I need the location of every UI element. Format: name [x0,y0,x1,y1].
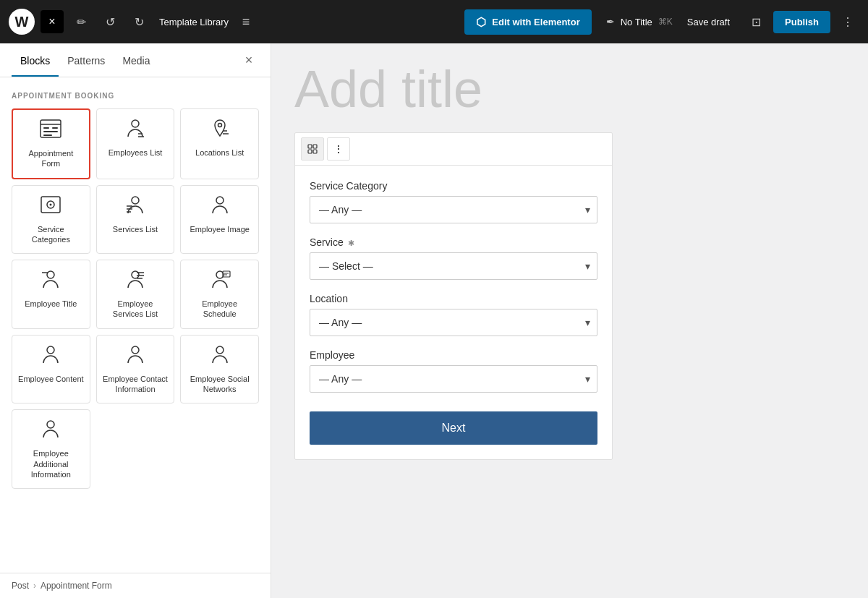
svg-point-20 [47,271,54,278]
breadcrumb-separator: › [33,581,36,591]
block-item-employee-title[interactable]: Employee Title [12,260,90,329]
svg-rect-35 [313,145,317,148]
svg-rect-34 [308,145,312,148]
svg-point-32 [216,346,224,354]
redo-icon[interactable]: ↻ [127,10,150,33]
service-select-wrapper: — Select — ▾ [310,252,597,280]
menu-icon[interactable]: ≡ [234,10,258,33]
svg-point-30 [47,346,54,354]
employee-select[interactable]: — Any — [310,365,597,393]
svg-rect-3 [52,127,58,129]
block-item-employee-contact-information[interactable]: Employee Contact Information [96,335,175,404]
widget-toolbar: ⋮ [295,133,612,166]
block-label-appointment-form: Appointment Form [19,148,83,169]
next-button[interactable]: Next [310,411,597,445]
employee-field: Employee — Any — ▾ [310,349,597,393]
block-label-employee-services-list: Employee Services List [103,299,169,320]
publish-button[interactable]: Publish [773,11,830,33]
wp-logo[interactable]: W [9,9,35,35]
no-title-area: ✒ No Title ⌘K [606,16,673,27]
block-label-employee-schedule: Employee Schedule [187,299,252,320]
block-label-employee-content: Employee Content [18,374,84,384]
widget-grid-button[interactable] [301,137,324,161]
page-title[interactable]: Add title [294,61,482,118]
block-item-employee-schedule[interactable]: Employee Schedule [180,260,259,329]
location-label: Location [310,293,597,304]
location-field: Location — Any — ▾ [310,293,597,336]
block-item-appointment-form[interactable]: Appointment Form [12,108,90,179]
employee-title-icon [39,269,62,293]
pen-icon: ✒ [606,16,615,27]
svg-rect-37 [313,150,317,153]
elementor-icon: ⬡ [476,15,486,29]
tab-media[interactable]: Media [114,43,158,77]
blocks-grid: Appointment Form Employees List [12,108,259,489]
service-categories-icon [39,195,62,218]
save-draft-button[interactable]: Save draft [678,12,739,32]
form-container: Service Category — Any — ▾ Service ✱ [295,166,612,459]
edit-elementor-button[interactable]: ⬡ Edit with Elementor [464,9,591,35]
tabs-bar: Blocks Patterns Media × [0,43,271,77]
service-required-marker: ✱ [348,239,354,247]
panel-close-button[interactable]: × [239,50,259,70]
block-item-service-categories[interactable]: Service Categories [12,185,90,255]
block-item-employee-content[interactable]: Employee Content [12,335,90,404]
block-item-employee-social-networks[interactable]: Employee Social Networks [180,335,259,404]
employee-label: Employee [310,349,597,361]
bottom-bar: Post › Appointment Form [0,573,271,598]
services-list-icon [124,195,147,218]
block-label-services-list: Services List [113,224,158,234]
tab-blocks[interactable]: Blocks [12,43,59,77]
edit-elementor-label: Edit with Elementor [492,17,579,27]
service-category-field: Service Category — Any — ▾ [310,180,597,223]
block-label-employee-image: Employee Image [190,224,250,234]
svg-point-31 [132,346,139,354]
location-select[interactable]: — Any — [310,309,597,336]
widget-dots-button[interactable]: ⋮ [327,137,350,161]
close-button[interactable]: × [41,10,64,33]
block-label-employee-social-networks: Employee Social Networks [187,374,252,395]
blocks-content: APPOINTMENT BOOKING Appoin [0,77,271,573]
block-widget-area: ⋮ Service Category — Any — ▾ Se [294,132,613,460]
cmd-k-shortcut: ⌘K [658,17,673,27]
location-select-wrapper: — Any — ▾ [310,309,597,336]
locations-list-icon [208,118,231,142]
employee-select-wrapper: — Any — ▾ [310,365,597,393]
svg-point-9 [218,124,221,127]
more-options-icon[interactable]: ⋮ [836,10,859,33]
block-item-employee-image[interactable]: Employee Image [180,185,259,255]
block-item-services-list[interactable]: Services List [96,185,175,255]
block-label-locations-list: Locations List [195,148,244,158]
employee-content-icon [39,344,62,368]
block-label-employee-contact-information: Employee Contact Information [103,374,169,395]
svg-point-14 [50,203,52,205]
service-select[interactable]: — Select — [310,252,597,280]
block-label-employee-additional-information: Employee Additional Information [18,448,84,479]
block-item-employee-additional-information[interactable]: Employee Additional Information [12,409,90,489]
left-panel: Blocks Patterns Media × APPOINTMENT BOOK… [0,43,271,598]
main-layout: Blocks Patterns Media × APPOINTMENT BOOK… [0,43,868,598]
block-item-employee-services-list[interactable]: Employee Services List [96,260,175,329]
layout-icon[interactable]: ⊡ [744,10,767,33]
employee-social-networks-icon [208,344,231,368]
edit-icon[interactable]: ✏ [69,10,93,33]
undo-icon[interactable]: ↺ [98,10,122,33]
svg-point-33 [47,421,54,428]
service-category-select[interactable]: — Any — [310,196,597,223]
breadcrumb-page: Appointment Form [41,581,112,591]
employee-services-list-icon [124,269,147,293]
block-label-employees-list: Employees List [109,148,163,158]
service-category-select-wrapper: — Any — ▾ [310,196,597,223]
breadcrumb-post[interactable]: Post [12,581,29,591]
svg-point-19 [216,197,224,204]
employee-schedule-icon [208,269,231,293]
block-item-employees-list[interactable]: Employees List [96,108,175,179]
svg-point-6 [132,120,139,127]
top-bar: W × ✏ ↺ ↻ Template Library ≡ ⬡ Edit with… [0,0,868,43]
svg-point-15 [132,197,139,204]
block-item-locations-list[interactable]: Locations List [180,108,259,179]
tab-patterns[interactable]: Patterns [59,43,114,77]
employees-list-icon [124,118,147,142]
svg-rect-2 [43,127,49,129]
svg-rect-4 [43,131,58,132]
